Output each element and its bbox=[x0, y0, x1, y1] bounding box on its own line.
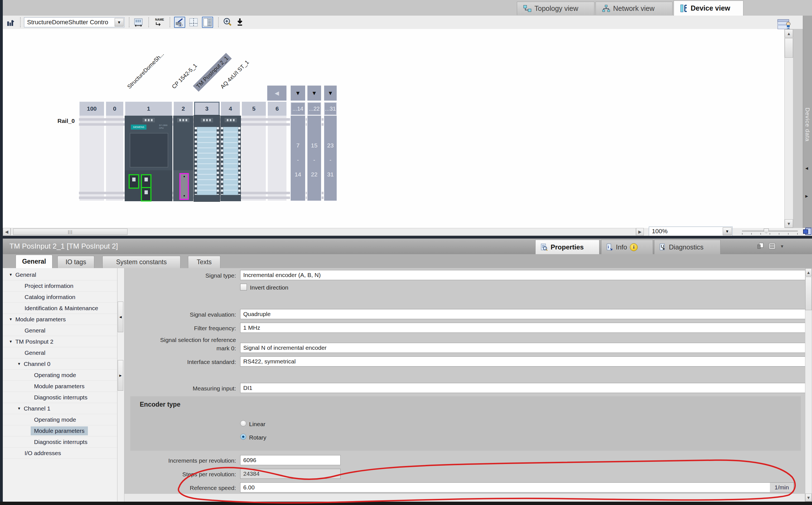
tree-item-ch1-diagnostic-interrupts[interactable]: Diagnostic interrupts bbox=[3, 437, 117, 448]
canvas-vscrollbar[interactable]: ▲ ▼ bbox=[784, 29, 793, 228]
slot-header-3-selected[interactable]: 3 bbox=[194, 102, 220, 116]
slot-group-23-31[interactable]: 23 - 31 bbox=[324, 116, 337, 201]
tab-topology-view[interactable]: Topology view bbox=[517, 2, 594, 15]
scroll-thumb[interactable] bbox=[785, 38, 793, 58]
slot-header-100[interactable]: 100 bbox=[79, 102, 105, 116]
tab-texts[interactable]: Texts bbox=[188, 256, 220, 268]
tree-item-io-addresses[interactable]: I/O addresses bbox=[3, 448, 117, 459]
pane-divider[interactable] bbox=[0, 236, 812, 238]
slot-header-group-31[interactable]: ...31 bbox=[324, 102, 337, 116]
collapse-slots-button[interactable]: ◀ bbox=[267, 85, 287, 101]
module-tm-posinput-selected[interactable] bbox=[194, 116, 220, 201]
scroll-thumb[interactable]: ◀ bbox=[118, 302, 123, 332]
reference-speed-input[interactable]: 6.00 bbox=[240, 482, 770, 492]
scroll-up-button[interactable]: ▲ bbox=[785, 29, 793, 38]
rack-overview-icon[interactable] bbox=[6, 17, 17, 28]
tree-item-ch0-module-parameters[interactable]: Module parameters bbox=[3, 381, 117, 392]
tree-item-identification-maintenance[interactable]: Identification & Maintenance bbox=[3, 303, 117, 314]
chevron-down-icon[interactable]: ▼ bbox=[723, 227, 732, 235]
scroll-thumb[interactable] bbox=[805, 277, 812, 310]
rail-slot-5[interactable] bbox=[241, 116, 266, 201]
scroll-up-button[interactable]: ▲ bbox=[805, 269, 812, 276]
encoder-linear-radio[interactable] bbox=[240, 420, 246, 427]
slot-header-5[interactable]: 5 bbox=[241, 102, 266, 116]
scroll-down-button[interactable]: ▼ bbox=[805, 494, 812, 501]
module-cpu[interactable]: SIEMENS S7-1500CPU bbox=[125, 116, 172, 201]
rail-slot-0[interactable] bbox=[105, 116, 124, 201]
tab-general[interactable]: General bbox=[16, 255, 52, 268]
slot-header-1[interactable]: 1 bbox=[125, 102, 172, 116]
tree-item-tm-posinput-2[interactable]: ▼TM PosInput 2 bbox=[3, 336, 117, 347]
tab-network-view[interactable]: Network view bbox=[595, 2, 673, 15]
tab-properties[interactable]: Properties bbox=[535, 240, 599, 254]
tree-item-general[interactable]: ▼General bbox=[3, 269, 117, 280]
slot-group-7-14[interactable]: 7 - 14 bbox=[290, 116, 306, 201]
filter-frequency-dropdown[interactable]: 1 MHz ▼ bbox=[240, 323, 812, 333]
fit-to-window-icon[interactable] bbox=[802, 226, 812, 236]
module-aq[interactable] bbox=[220, 116, 241, 201]
panel-menu-icon[interactable] bbox=[769, 243, 776, 249]
tab-io-tags[interactable]: IO tags bbox=[57, 256, 94, 268]
increments-input[interactable]: 6096 bbox=[240, 455, 341, 465]
tree-item-ch1-module-parameters-selected[interactable]: Module parameters bbox=[3, 425, 117, 437]
device-data-side-tab[interactable]: Device data ◀ ▶ bbox=[803, 16, 812, 236]
canvas-hscrollbar[interactable]: ||| bbox=[11, 228, 636, 235]
ref-mark-dropdown[interactable]: Signal N of incremental encoder ▼ bbox=[240, 343, 812, 353]
scroll-right-button[interactable]: ▶ bbox=[636, 228, 644, 235]
slot-group-15-22[interactable]: 15 - 22 bbox=[307, 116, 322, 201]
scroll-thumb[interactable]: ▶ bbox=[118, 360, 123, 391]
tab-device-view[interactable]: Device view bbox=[674, 1, 743, 16]
device-select-dropdown[interactable]: StructureDomeShutter Contro ▼ bbox=[24, 17, 124, 27]
slot-header-group-14[interactable]: ...14 bbox=[290, 102, 306, 116]
collapse-panel-icon[interactable]: ▼ bbox=[780, 244, 784, 248]
tree-item-module-parameters[interactable]: ▼Module parameters bbox=[3, 314, 117, 325]
expand-group-2-button[interactable]: ▼ bbox=[307, 85, 322, 101]
scroll-left-button[interactable]: ◀ bbox=[3, 228, 11, 235]
slot-header-2[interactable]: 2 bbox=[173, 102, 193, 116]
signal-evaluation-dropdown[interactable]: Quadruple ▼ bbox=[240, 309, 812, 319]
measuring-input-dropdown[interactable]: DI1 ▼ bbox=[240, 383, 812, 393]
tree-scrollbar[interactable]: ◀ ▶ bbox=[117, 268, 124, 502]
tab-system-constants[interactable]: System constants bbox=[102, 256, 181, 268]
encoder-rotary-radio[interactable] bbox=[240, 434, 246, 440]
side-collapse-icon[interactable]: ◀ bbox=[805, 166, 808, 170]
tree-item-general-2[interactable]: General bbox=[3, 325, 117, 336]
form-vscrollbar[interactable]: ▲ ▼ bbox=[805, 268, 812, 502]
tree-item-general-3[interactable]: General bbox=[3, 347, 117, 358]
tree-item-catalog-information[interactable]: Catalog information bbox=[3, 292, 117, 303]
edit-labeling-toggle[interactable] bbox=[174, 17, 185, 28]
expand-group-3-button[interactable]: ▼ bbox=[324, 85, 337, 101]
slot-header-4[interactable]: 4 bbox=[220, 102, 240, 116]
module-cp[interactable] bbox=[173, 116, 193, 201]
tree-item-ch0-operating-mode[interactable]: Operating mode bbox=[3, 369, 117, 381]
tab-info[interactable]: i Info i bbox=[601, 240, 653, 254]
grid-toggle[interactable] bbox=[188, 17, 199, 28]
scroll-down-button[interactable]: ▼ bbox=[785, 219, 793, 228]
split-editor-toggle[interactable] bbox=[202, 17, 213, 28]
tree-item-channel-0[interactable]: ▼Channel 0 bbox=[3, 358, 117, 369]
module-label-plc[interactable]: StructureDomeSh... bbox=[126, 51, 165, 90]
tree-item-ch0-diagnostic-interrupts[interactable]: Diagnostic interrupts bbox=[3, 392, 117, 403]
slot-header-group-22[interactable]: ...22 bbox=[307, 102, 322, 116]
invert-direction-checkbox[interactable] bbox=[240, 284, 247, 290]
zoom-level-dropdown[interactable]: 100% ▼ bbox=[649, 226, 732, 236]
chevron-down-icon[interactable]: ▼ bbox=[115, 18, 124, 26]
rail-slot-100[interactable] bbox=[79, 116, 105, 201]
rail-slot-6[interactable] bbox=[267, 116, 287, 201]
tab-diagnostics[interactable]: Diagnostics bbox=[654, 240, 720, 254]
tree-item-ch1-operating-mode[interactable]: Operating mode bbox=[3, 414, 117, 425]
slot-header-6[interactable]: 6 bbox=[267, 102, 287, 116]
expand-group-1-button[interactable]: ▼ bbox=[290, 85, 306, 101]
zoom-icon[interactable] bbox=[222, 17, 233, 28]
show-addresses-button[interactable] bbox=[133, 17, 144, 28]
show-names-button[interactable]: NAME bbox=[153, 17, 164, 28]
float-panel-icon[interactable] bbox=[757, 242, 764, 250]
side-expand-icon[interactable]: ▶ bbox=[805, 194, 808, 198]
tree-item-channel-1[interactable]: ▼Channel 1 bbox=[3, 403, 117, 414]
interface-standard-dropdown[interactable]: RS422, symmetrical ▼ bbox=[240, 356, 812, 366]
signal-type-dropdown[interactable]: Incremental encoder (A, B, N) ▼ bbox=[240, 270, 812, 280]
download-icon[interactable] bbox=[234, 17, 245, 28]
scroll-thumb[interactable]: ||| bbox=[13, 228, 127, 235]
zoom-slider[interactable] bbox=[742, 230, 798, 234]
slot-header-0[interactable]: 0 bbox=[105, 102, 124, 116]
